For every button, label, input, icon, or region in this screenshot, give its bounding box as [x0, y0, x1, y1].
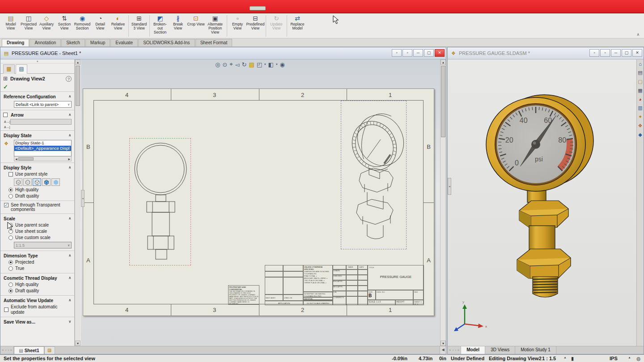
- replace-model-button[interactable]: ⇄Replace Model: [288, 14, 306, 38]
- high-quality-radio[interactable]: [8, 188, 13, 192]
- solidworks-resources-icon[interactable]: ▤: [638, 70, 642, 76]
- appearances-scenes-icon[interactable]: ◕: [639, 97, 642, 102]
- see-through-transparent-checkbox[interactable]: ✓: [4, 203, 8, 207]
- prev-tab-icon[interactable]: ‹: [452, 348, 453, 352]
- alternate-position-view-button[interactable]: ▣Alternate Position View: [205, 14, 225, 38]
- collapse-caret-icon[interactable]: ∧: [68, 165, 71, 170]
- display-state-list[interactable]: Display State-1 <Default>_Appearance Dis…: [14, 140, 72, 156]
- previous-view-icon[interactable]: ◅: [235, 61, 240, 68]
- help-icon[interactable]: ?: [66, 76, 72, 82]
- ok-checkmark-icon[interactable]: ✓: [0, 83, 74, 92]
- collapse-caret-icon[interactable]: ∧: [68, 113, 71, 118]
- window-menu-button[interactable]: ▫: [589, 49, 599, 57]
- add-ins-icon[interactable]: ◆: [638, 132, 642, 138]
- first-sheet-icon[interactable]: «: [2, 348, 4, 352]
- collapse-caret-icon[interactable]: ∧: [68, 276, 71, 281]
- panel-grip[interactable]: ●: [0, 59, 74, 63]
- file-explorer-icon[interactable]: ✦: [638, 114, 642, 120]
- add-sheet-button[interactable]: ▨: [44, 346, 55, 354]
- next-tab-icon[interactable]: ›: [455, 348, 456, 352]
- next-sheet-icon[interactable]: ›: [8, 348, 9, 352]
- scroll-left-icon[interactable]: ◀: [14, 157, 18, 160]
- tab-sketch[interactable]: Sketch: [61, 39, 85, 46]
- auxiliary-view-button[interactable]: ◇Auxiliary View: [38, 14, 55, 38]
- tab-nav-buttons[interactable]: «‹›»: [448, 346, 461, 354]
- zoom-to-area-icon[interactable]: ⊙: [222, 61, 227, 68]
- chevron-down-icon[interactable]: ▾: [276, 63, 278, 66]
- sheet-nav-buttons[interactable]: «‹›»: [0, 346, 14, 354]
- first-tab-icon[interactable]: «: [449, 348, 451, 352]
- solidworks-forum-icon[interactable]: ❖: [638, 123, 643, 129]
- zoom-to-selection-icon[interactable]: ⌖: [229, 61, 233, 68]
- scroll-right-icon[interactable]: ▶: [67, 157, 71, 160]
- wireframe-style-button[interactable]: [14, 178, 22, 186]
- tab-model[interactable]: Model: [461, 346, 485, 354]
- restore-button[interactable]: ▢: [622, 49, 631, 57]
- scroll-thumb[interactable]: [441, 66, 445, 137]
- collapse-caret-icon[interactable]: ∧: [68, 253, 71, 258]
- view-orientation-icon[interactable]: ◰: [257, 61, 262, 68]
- assembly-viewport[interactable]: 020406080 psi y x: [448, 59, 636, 346]
- panel-collapse-handle[interactable]: ◂: [81, 190, 85, 207]
- use-custom-scale-radio[interactable]: [8, 236, 13, 240]
- hidden-lines-visible-style-button[interactable]: [23, 178, 32, 186]
- sheet-scale[interactable]: 1 : 1.5: [542, 356, 556, 361]
- last-tab-icon[interactable]: »: [458, 348, 459, 352]
- predefined-view-button[interactable]: ⊟Predefined View: [246, 14, 264, 38]
- collapse-caret-icon[interactable]: ∧: [68, 94, 71, 99]
- drawing-vertical-scrollbar[interactable]: ▲ ▼: [440, 59, 446, 346]
- scroll-down-icon[interactable]: ▼: [441, 341, 446, 346]
- tab-markup[interactable]: Markup: [85, 39, 110, 46]
- scroll-down-icon[interactable]: ▼: [75, 341, 80, 346]
- tab-3d-views[interactable]: 3D Views: [485, 346, 515, 354]
- sheet1-tab[interactable]: ▤Sheet1: [14, 346, 44, 354]
- chevron-down-icon[interactable]: ▾: [264, 63, 266, 66]
- window-collapse-handle[interactable]: ◂: [448, 178, 451, 195]
- collapse-caret-icon[interactable]: ∧: [68, 133, 71, 138]
- tab-evaluate[interactable]: Evaluate: [110, 39, 138, 46]
- custom-properties-icon[interactable]: ▥: [638, 105, 642, 111]
- close-button[interactable]: ✕: [632, 49, 642, 57]
- tag-icon[interactable]: ▮: [571, 356, 574, 362]
- sheet-properties-icon[interactable]: ▤: [249, 61, 254, 68]
- zoom-to-fit-icon[interactable]: ◎: [215, 61, 220, 68]
- close-button[interactable]: ✕: [435, 49, 445, 57]
- home-icon[interactable]: ⌂: [639, 61, 642, 67]
- projected-view-button[interactable]: ◫Projected View: [20, 14, 38, 38]
- display-style-icon[interactable]: ◧: [268, 61, 274, 68]
- tab-sheet-format[interactable]: Sheet Format: [195, 39, 233, 46]
- minimize-button[interactable]: ─: [611, 49, 621, 57]
- hscroll-left-icon[interactable]: ◀: [440, 346, 446, 354]
- prev-sheet-icon[interactable]: ‹: [5, 348, 6, 352]
- tab-drawing[interactable]: Drawing: [2, 39, 29, 46]
- units-caret-icon[interactable]: ▲: [628, 356, 631, 359]
- globe-icon[interactable]: ◍: [636, 356, 641, 362]
- exclude-auto-update-checkbox[interactable]: [4, 307, 8, 312]
- broken-out-section-button[interactable]: ◩Broken-out Section: [151, 14, 169, 38]
- shaded-style-button[interactable]: [51, 178, 60, 186]
- feature-manager-tab[interactable]: ▩: [3, 64, 15, 74]
- window-pin-button[interactable]: ▫: [600, 49, 610, 57]
- hidden-lines-removed-style-button[interactable]: [33, 178, 41, 186]
- scroll-thumb[interactable]: [76, 66, 80, 106]
- list-item-selected[interactable]: <Default>_Appearance Displ: [14, 146, 71, 151]
- scroll-up-icon[interactable]: ▲: [75, 59, 80, 65]
- window-pin-button[interactable]: ▫: [402, 49, 412, 57]
- drawing-sheet[interactable]: 4 3 2 1 4 3 2 1 B A B A: [83, 88, 434, 316]
- detail-view-button[interactable]: ◔Detail View: [91, 14, 109, 38]
- window-menu-button[interactable]: ▫: [392, 49, 402, 57]
- rotate-view-icon[interactable]: ↻: [242, 61, 247, 68]
- scale-caret-icon[interactable]: ▲: [564, 356, 567, 359]
- ribbon-collapse-icon[interactable]: ∧: [636, 32, 640, 37]
- drawing-view2-selection-box[interactable]: [341, 101, 407, 249]
- tab-solidworks-add-ins[interactable]: SOLIDWORKS Add-Ins: [138, 39, 195, 46]
- drawing-view1-selection-box[interactable]: [129, 138, 191, 265]
- arrow-checkbox[interactable]: [3, 113, 8, 117]
- model-view-button[interactable]: ▤Model View: [2, 14, 20, 38]
- restore-button[interactable]: ▢: [424, 49, 434, 57]
- tab-motion-study-1[interactable]: Motion Study 1: [515, 346, 556, 354]
- draft-quality-radio[interactable]: [8, 194, 13, 198]
- hide-show-items-icon[interactable]: ◉: [280, 61, 284, 68]
- property-manager-tab[interactable]: ▤: [16, 64, 27, 74]
- drawing-graphics-area[interactable]: ◎ ⊙ ⌖ ◅ ↻ ▤ ◰▾ ◧▾ ◉: [81, 59, 440, 346]
